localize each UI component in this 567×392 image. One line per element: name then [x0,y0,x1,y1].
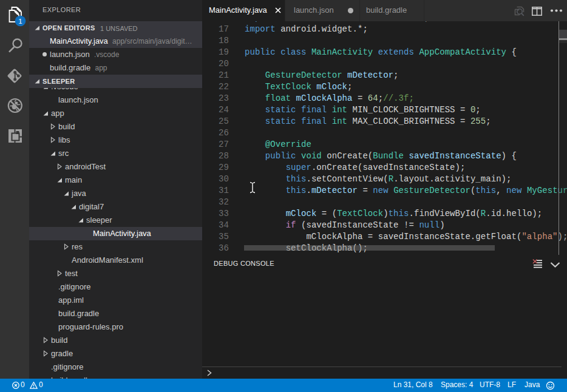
svg-text:1: 1 [18,18,22,25]
